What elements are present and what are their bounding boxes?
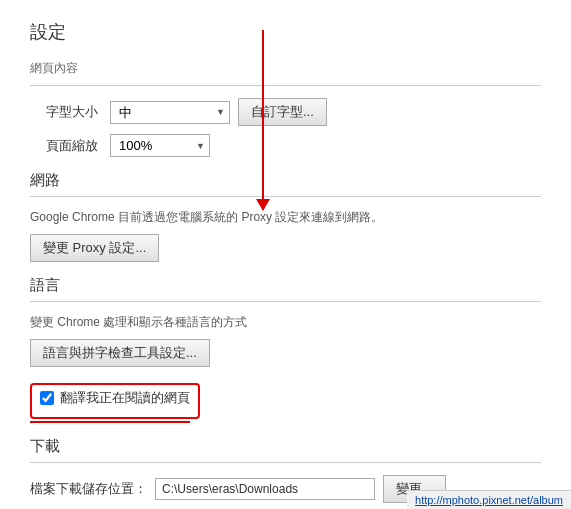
font-size-select[interactable]: 中 xyxy=(110,101,230,124)
settings-window: 設定 網頁內容 字型大小 中 自訂字型... 頁面縮放 100 xyxy=(0,0,571,509)
underline-annotation xyxy=(30,421,190,423)
download-location-label: 檔案下載儲存位置： xyxy=(30,480,147,498)
status-bar: http://mphoto.pixnet.net/album xyxy=(407,490,571,509)
page-title: 設定 xyxy=(30,20,541,44)
language-tool-button[interactable]: 語言與拼字檢查工具設定... xyxy=(30,339,210,367)
font-size-label: 字型大小 xyxy=(30,103,110,121)
translate-box: 翻譯我正在閱讀的網頁 xyxy=(30,383,200,419)
zoom-label: 頁面縮放 xyxy=(30,137,110,155)
network-desc: Google Chrome 目前透過您電腦系統的 Proxy 設定來連線到網路。 xyxy=(30,209,541,226)
custom-font-button[interactable]: 自訂字型... xyxy=(238,98,327,126)
zoom-dropdown-wrapper: 100% xyxy=(110,134,210,157)
translate-checkbox-row: 翻譯我正在閱讀的網頁 xyxy=(40,389,190,407)
divider-download xyxy=(30,462,541,463)
download-path-input[interactable] xyxy=(155,478,375,500)
divider-language xyxy=(30,301,541,302)
network-section: 網路 Google Chrome 目前透過您電腦系統的 Proxy 設定來連線到… xyxy=(30,171,541,262)
zoom-row: 頁面縮放 100% xyxy=(30,134,541,157)
translate-container: 翻譯我正在閱讀的網頁 xyxy=(30,379,541,423)
content-section-label: 網頁內容 xyxy=(30,60,541,77)
download-title: 下載 xyxy=(30,437,541,456)
status-url: http://mphoto.pixnet.net/album xyxy=(415,494,563,506)
annotation-arrow xyxy=(262,30,264,210)
change-proxy-button[interactable]: 變更 Proxy 設定... xyxy=(30,234,159,262)
font-size-row: 字型大小 中 自訂字型... xyxy=(30,98,541,126)
language-title: 語言 xyxy=(30,276,541,295)
divider-content xyxy=(30,85,541,86)
language-desc: 變更 Chrome 處理和顯示各種語言的方式 xyxy=(30,314,541,331)
language-section: 語言 變更 Chrome 處理和顯示各種語言的方式 語言與拼字檢查工具設定...… xyxy=(30,276,541,423)
translate-label: 翻譯我正在閱讀的網頁 xyxy=(60,389,190,407)
divider-network xyxy=(30,196,541,197)
zoom-select[interactable]: 100% xyxy=(110,134,210,157)
translate-checkbox[interactable] xyxy=(40,391,54,405)
network-title: 網路 xyxy=(30,171,541,190)
content-section: 網頁內容 字型大小 中 自訂字型... 頁面縮放 100% xyxy=(30,60,541,157)
font-size-dropdown-wrapper: 中 xyxy=(110,101,230,124)
